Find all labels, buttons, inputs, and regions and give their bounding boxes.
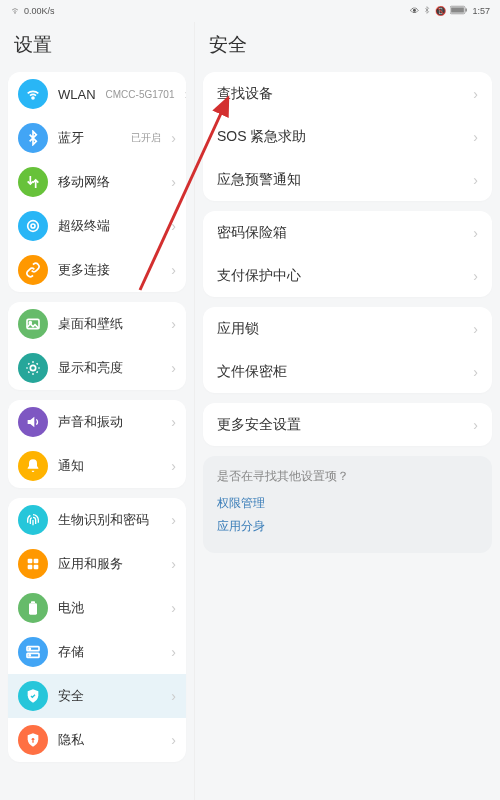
chevron-right-icon: › [171, 688, 176, 704]
chevron-right-icon: › [171, 556, 176, 572]
bluetooth-icon [18, 123, 48, 153]
sidebar-group: 声音和振动›通知› [8, 400, 186, 488]
sidebar-item-security[interactable]: 安全› [8, 674, 186, 718]
sidebar-item-value: CMCC-5G1701 [106, 89, 175, 100]
svg-rect-14 [29, 603, 37, 614]
security-group: 应用锁›文件保密柜› [203, 307, 492, 393]
sidebar-item-label: 存储 [58, 643, 161, 661]
security-group: 更多安全设置› [203, 403, 492, 446]
svg-point-9 [30, 365, 35, 370]
svg-point-20 [32, 738, 35, 741]
security-item-find-device[interactable]: 查找设备› [203, 72, 492, 115]
apps-icon [18, 549, 48, 579]
battery-icon [18, 593, 48, 623]
chevron-right-icon: › [473, 225, 478, 241]
status-bar: 0.00K/s 👁 📵 1:57 [0, 0, 500, 22]
sidebar-item-value: 已开启 [131, 131, 161, 145]
sidebar-item-biometric[interactable]: 生物识别和密码› [8, 498, 186, 542]
chevron-right-icon: › [473, 268, 478, 284]
security-group: 密码保险箱›支付保护中心› [203, 211, 492, 297]
tip-link[interactable]: 应用分身 [217, 518, 478, 535]
security-item-label: 应急预警通知 [217, 171, 463, 189]
sidebar-item-super-device[interactable]: 超级终端› [8, 204, 186, 248]
sidebar-item-wlan[interactable]: WLANCMCC-5G1701› [8, 72, 186, 116]
svg-point-6 [28, 221, 39, 232]
battery-status-icon [450, 5, 468, 17]
svg-rect-2 [452, 7, 465, 12]
eye-icon: 👁 [410, 6, 419, 16]
security-item-more-security[interactable]: 更多安全设置› [203, 403, 492, 446]
status-right: 👁 📵 1:57 [410, 5, 490, 17]
sidebar-item-apps[interactable]: 应用和服务› [8, 542, 186, 586]
security-item-app-lock[interactable]: 应用锁› [203, 307, 492, 350]
sidebar-item-mobile-network[interactable]: 移动网络› [8, 160, 186, 204]
tip-title: 是否在寻找其他设置项？ [217, 468, 478, 485]
security-item-emergency-alert[interactable]: 应急预警通知› [203, 158, 492, 201]
sidebar-item-label: 显示和亮度 [58, 359, 161, 377]
svg-rect-15 [31, 601, 35, 603]
sidebar-group: 桌面和壁纸›显示和亮度› [8, 302, 186, 390]
status-left: 0.00K/s [10, 5, 55, 17]
security-item-password-vault[interactable]: 密码保险箱› [203, 211, 492, 254]
chevron-right-icon: › [473, 172, 478, 188]
svg-rect-3 [466, 9, 468, 12]
privacy-icon [18, 725, 48, 755]
chevron-right-icon: › [171, 458, 176, 474]
link-icon [18, 255, 48, 285]
svg-point-19 [29, 655, 30, 656]
wifi-icon [18, 79, 48, 109]
net-speed: 0.00K/s [24, 6, 55, 16]
sidebar-item-privacy[interactable]: 隐私› [8, 718, 186, 762]
security-item-label: 支付保护中心 [217, 267, 463, 285]
security-item-file-safe[interactable]: 文件保密柜› [203, 350, 492, 393]
bell-icon [18, 451, 48, 481]
chevron-right-icon: › [171, 218, 176, 234]
shield-icon [18, 681, 48, 711]
sidebar-group: 生物识别和密码›应用和服务›电池›存储›安全›隐私› [8, 498, 186, 762]
chevron-right-icon: › [171, 174, 176, 190]
sidebar-item-sound[interactable]: 声音和振动› [8, 400, 186, 444]
sidebar-item-label: 安全 [58, 687, 161, 705]
superdevice-icon [18, 211, 48, 241]
sidebar-item-storage[interactable]: 存储› [8, 630, 186, 674]
sidebar-item-bluetooth[interactable]: 蓝牙已开启› [8, 116, 186, 160]
mute-icon: 📵 [435, 6, 446, 16]
security-item-label: 查找设备 [217, 85, 463, 103]
security-item-payment-protection[interactable]: 支付保护中心› [203, 254, 492, 297]
chevron-right-icon: › [473, 129, 478, 145]
volume-icon [18, 407, 48, 437]
chevron-right-icon: › [473, 417, 478, 433]
svg-rect-11 [34, 559, 39, 564]
sidebar-item-label: 应用和服务 [58, 555, 161, 573]
chevron-right-icon: › [473, 364, 478, 380]
sidebar-item-label: 桌面和壁纸 [58, 315, 161, 333]
sidebar-item-label: WLAN [58, 87, 96, 102]
tip-link[interactable]: 权限管理 [217, 495, 478, 512]
chevron-right-icon: › [171, 360, 176, 376]
svg-rect-12 [28, 565, 33, 570]
sidebar-item-wallpaper[interactable]: 桌面和壁纸› [8, 302, 186, 346]
sidebar-item-more-connections[interactable]: 更多连接› [8, 248, 186, 292]
security-panel: 安全 查找设备›SOS 紧急求助›应急预警通知›密码保险箱›支付保护中心›应用锁… [195, 22, 500, 800]
wifi-status-icon [10, 5, 20, 17]
sidebar-item-notification[interactable]: 通知› [8, 444, 186, 488]
chevron-right-icon: › [171, 732, 176, 748]
chevron-right-icon: › [171, 316, 176, 332]
fingerprint-icon [18, 505, 48, 535]
sidebar-item-label: 生物识别和密码 [58, 511, 161, 529]
sidebar-item-battery[interactable]: 电池› [8, 586, 186, 630]
security-item-label: SOS 紧急求助 [217, 128, 463, 146]
chevron-right-icon: › [171, 600, 176, 616]
sidebar-item-label: 隐私 [58, 731, 161, 749]
chevron-right-icon: › [473, 321, 478, 337]
chevron-right-icon: › [171, 644, 176, 660]
sidebar-item-label: 声音和振动 [58, 413, 161, 431]
sidebar-item-display[interactable]: 显示和亮度› [8, 346, 186, 390]
time: 1:57 [472, 6, 490, 16]
chevron-right-icon: › [171, 512, 176, 528]
security-item-sos[interactable]: SOS 紧急求助› [203, 115, 492, 158]
chevron-right-icon: › [171, 130, 176, 146]
security-group: 查找设备›SOS 紧急求助›应急预警通知› [203, 72, 492, 201]
brightness-icon [18, 353, 48, 383]
security-item-label: 密码保险箱 [217, 224, 463, 242]
